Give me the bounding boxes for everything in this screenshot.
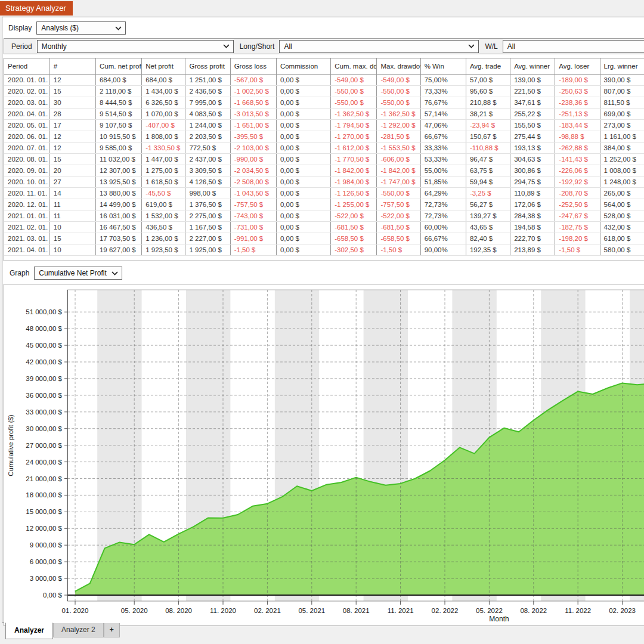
- column-header[interactable]: Max. drawdown: [377, 58, 420, 75]
- table-cell: -1 553,50 $: [377, 143, 420, 154]
- table-row[interactable]: 2021. 03. 01.1517 703,50 $1 236,00 $2 22…: [4, 233, 644, 244]
- table-cell: 1 434,00 $: [142, 86, 185, 97]
- table-row[interactable]: 2020. 07. 01.129 585,00 $-1 330,50 $772,…: [4, 143, 644, 154]
- table-row[interactable]: 2021. 01. 01.1116 031,00 $1 532,00 $2 27…: [4, 210, 644, 222]
- table-cell: 275,44 $: [510, 131, 555, 143]
- y-tick-label: 18 000,00 $: [26, 491, 62, 499]
- tab-analyzer[interactable]: Analyzer: [5, 623, 53, 639]
- table-cell: -550,00 $: [377, 86, 420, 97]
- table-cell: 2020. 05. 01.: [4, 120, 49, 131]
- table-cell: -658,50 $: [331, 233, 377, 244]
- table-cell: 8 444,50 $: [95, 97, 141, 109]
- column-header[interactable]: #: [49, 58, 95, 75]
- table-cell: 0,00 $: [276, 75, 330, 86]
- cumulative-profit-chart-panel: 0,00 $3 000,00 $6 000,00 $9 000,00 $12 0…: [4, 284, 644, 626]
- table-row[interactable]: 2020. 06. 01.1210 915,50 $1 808,00 $2 20…: [4, 131, 644, 143]
- table-cell: -549,00 $: [377, 75, 420, 86]
- y-tick-label: 36 000,00 $: [26, 392, 62, 399]
- column-header[interactable]: % Win: [420, 58, 466, 75]
- table-cell: 0,00 $: [276, 109, 330, 120]
- table-cell: 699,00 $: [600, 109, 644, 120]
- table-row[interactable]: 2021. 02. 01.1016 467,50 $436,50 $1 167,…: [4, 222, 644, 233]
- table-row[interactable]: 2020. 09. 01.2012 307,00 $1 275,00 $3 30…: [4, 165, 644, 177]
- period-select[interactable]: Monthly: [37, 40, 234, 53]
- table-cell: 1 447,00 $: [142, 154, 185, 165]
- table-cell: 1 618,50 $: [142, 177, 185, 188]
- table-cell: 213,89 $: [510, 244, 555, 256]
- column-header[interactable]: Avg. loser: [555, 58, 600, 75]
- display-select[interactable]: Analysis ($): [36, 21, 126, 35]
- column-header[interactable]: Cum. max. dd: [331, 58, 377, 75]
- table-cell: 2020. 01. 01.: [4, 75, 49, 86]
- table-cell: 47,06%: [420, 120, 466, 131]
- table-cell: 2020. 11. 01.: [4, 188, 49, 199]
- column-header[interactable]: Gross loss: [230, 58, 276, 75]
- x-tick-label: 11. 2020: [210, 607, 236, 614]
- table-cell: -189,00 $: [555, 75, 600, 86]
- table-cell: 4 083,50 $: [185, 109, 230, 120]
- filter-bar: Period Monthly Long/Short All W/L All: [4, 38, 644, 54]
- table-row[interactable]: 2020. 03. 01.308 444,50 $6 326,50 $7 995…: [4, 97, 644, 109]
- table-cell: 72,73%: [420, 210, 466, 222]
- table-cell: -681,50 $: [377, 222, 420, 233]
- wl-select[interactable]: All: [503, 40, 644, 53]
- table-row[interactable]: 2020. 11. 01.1413 880,00 $-45,50 $998,00…: [4, 188, 644, 199]
- table-cell: -23,94 $: [466, 120, 510, 131]
- table-cell: 1 251,00 $: [185, 75, 230, 86]
- table-cell: 772,50 $: [185, 143, 230, 154]
- table-cell: 15: [49, 86, 95, 97]
- table-cell: 64,29%: [420, 188, 466, 199]
- column-header[interactable]: Commission: [276, 58, 330, 75]
- table-cell: -550,00 $: [331, 86, 377, 97]
- table-row[interactable]: 2020. 05. 01.179 107,50 $-407,00 $1 244,…: [4, 120, 644, 131]
- table-cell: -198,20 $: [555, 233, 600, 244]
- longshort-select[interactable]: All: [279, 40, 479, 53]
- table-cell: 110,89 $: [510, 188, 555, 199]
- table-cell: 192,35 $: [466, 244, 510, 256]
- column-header[interactable]: Gross profit: [185, 58, 230, 75]
- tab-strategy-analyzer[interactable]: Strategy Analyzer: [0, 1, 73, 16]
- table-cell: 17 703,50 $: [95, 233, 141, 244]
- y-tick-label: 30 000,00 $: [26, 425, 62, 432]
- column-header[interactable]: Net profit: [142, 58, 185, 75]
- table-cell: -1 842,00 $: [377, 165, 420, 177]
- table-row[interactable]: 2020. 10. 01.2713 925,50 $1 618,50 $4 12…: [4, 177, 644, 188]
- x-tick-label: 02. 2023: [609, 607, 636, 614]
- column-header[interactable]: Lrg. winner: [600, 58, 644, 75]
- add-tab-button[interactable]: +: [104, 623, 120, 637]
- table-row[interactable]: 2020. 01. 01.12684,00 $684,00 $1 251,00 …: [4, 75, 644, 86]
- table-cell: 210,88 $: [466, 97, 510, 109]
- table-cell: 294,75 $: [510, 177, 555, 188]
- table-cell: -1 612,00 $: [331, 143, 377, 154]
- graph-select[interactable]: Cumulative Net Profit: [34, 267, 122, 280]
- table-cell: 0,00 $: [276, 188, 330, 199]
- y-tick-label: 39 000,00 $: [26, 375, 62, 382]
- table-cell: -2 508,00 $: [230, 177, 276, 188]
- table-cell: 0,00 $: [276, 97, 330, 109]
- chevron-down-icon: [223, 44, 230, 48]
- table-cell: 139,27 $: [466, 210, 510, 222]
- column-header[interactable]: Avg. winner: [510, 58, 555, 75]
- column-header[interactable]: Cum. net profit: [95, 58, 141, 75]
- table-cell: 51,85%: [420, 177, 466, 188]
- table-row[interactable]: 2020. 02. 01.152 118,00 $1 434,00 $2 436…: [4, 86, 644, 97]
- table-cell: 2 203,50 $: [185, 131, 230, 143]
- table-row[interactable]: 2020. 04. 01.289 514,50 $1 070,00 $4 083…: [4, 109, 644, 120]
- table-cell: 2 436,50 $: [185, 86, 230, 97]
- table-row[interactable]: 2020. 08. 01.1511 032,00 $1 447,00 $2 43…: [4, 154, 644, 165]
- table-cell: -1 794,50 $: [331, 120, 377, 131]
- column-header[interactable]: Period: [4, 58, 49, 75]
- column-header[interactable]: Avg. trade: [466, 58, 510, 75]
- table-cell: -1 362,50 $: [377, 109, 420, 120]
- table-cell: 72,73%: [420, 199, 466, 210]
- tab-analyzer-2[interactable]: Analyzer 2: [53, 623, 104, 637]
- table-cell: 63,75 $: [466, 165, 510, 177]
- table-cell: 19 627,00 $: [95, 244, 141, 256]
- table-cell: 150,67 $: [466, 131, 510, 143]
- table-cell: 12 307,00 $: [95, 165, 141, 177]
- table-cell: 0,00 $: [276, 210, 330, 222]
- table-row[interactable]: 2020. 12. 01.1114 499,00 $619,00 $1 376,…: [4, 199, 644, 210]
- table-cell: 807,00 $: [600, 86, 644, 97]
- table-cell: 2 275,00 $: [185, 210, 230, 222]
- table-row[interactable]: 2021. 04. 01.1019 627,00 $1 923,50 $1 92…: [4, 244, 644, 256]
